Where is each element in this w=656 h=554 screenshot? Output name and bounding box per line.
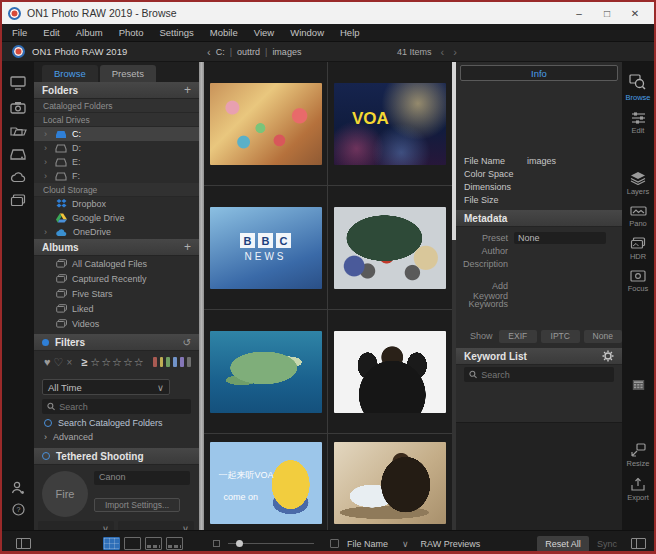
- breadcrumb-drive[interactable]: C:: [216, 47, 225, 57]
- album-item-captured-recently[interactable]: Captured Recently: [34, 271, 199, 286]
- grid-cell[interactable]: 一起来听VOA come on: [204, 434, 328, 530]
- tethered-dropdown-2[interactable]: ∨: [118, 521, 194, 530]
- filters-panel-header[interactable]: Filters ↺: [34, 334, 199, 351]
- menu-photo[interactable]: Photo: [119, 27, 144, 38]
- close-button[interactable]: ✕: [622, 4, 648, 22]
- thumbnail-old-car-cartoon[interactable]: [334, 207, 446, 289]
- sort-by-value[interactable]: File Name: [347, 539, 388, 549]
- grid-cell[interactable]: [204, 62, 328, 185]
- filters-reset-icon[interactable]: ↺: [183, 337, 191, 348]
- drive-item-c[interactable]: › C:: [34, 127, 199, 141]
- camera-select[interactable]: Canon: [94, 471, 190, 485]
- minimize-button[interactable]: –: [566, 4, 592, 22]
- maximize-button[interactable]: □: [594, 4, 620, 22]
- thumbnail-size-slider[interactable]: [228, 543, 314, 544]
- gear-icon[interactable]: [602, 350, 614, 362]
- prev-icon[interactable]: ‹: [441, 46, 445, 58]
- dual-pane-icon[interactable]: [631, 538, 646, 549]
- cloud-storage-label[interactable]: Cloud Storage: [34, 183, 199, 197]
- color-swatch-green[interactable]: [166, 357, 170, 367]
- album-item-liked[interactable]: Liked: [34, 301, 199, 316]
- chevron-right-icon[interactable]: ›: [44, 143, 50, 153]
- import-settings-button[interactable]: Import Settings...: [94, 498, 180, 512]
- thumbnail-man-laptop[interactable]: [334, 442, 446, 524]
- color-swatch-purple[interactable]: [180, 357, 184, 367]
- thumbnail-classroom-cartoon[interactable]: [210, 83, 322, 165]
- breadcrumb-current[interactable]: images: [272, 47, 301, 57]
- keyword-list-header[interactable]: Keyword List: [456, 348, 622, 365]
- none-button[interactable]: None: [584, 330, 622, 343]
- cloud-item-google-drive[interactable]: Google Drive: [34, 211, 199, 225]
- folders-panel-header[interactable]: Folders +: [34, 82, 199, 99]
- grid-cell[interactable]: B B C NEWS: [204, 186, 328, 309]
- chevron-right-icon[interactable]: ›: [44, 227, 50, 237]
- module-export[interactable]: Export: [627, 477, 649, 502]
- module-resize[interactable]: Resize: [627, 443, 650, 468]
- chevron-right-icon[interactable]: ›: [44, 157, 50, 167]
- albums-panel-header[interactable]: Albums +: [34, 239, 199, 256]
- search-cataloged-checkbox[interactable]: Search Cataloged Folders: [34, 416, 199, 430]
- album-item-five-stars[interactable]: Five Stars: [34, 286, 199, 301]
- info-button[interactable]: Info: [460, 65, 618, 81]
- keyword-search-field[interactable]: [464, 367, 614, 382]
- thumbnail-sea-turtle[interactable]: [210, 331, 322, 413]
- cataloged-folders-label[interactable]: Cataloged Folders: [34, 99, 199, 113]
- album-item-videos[interactable]: Videos: [34, 316, 199, 331]
- advanced-disclosure[interactable]: › Advanced: [34, 430, 199, 444]
- grid-cell[interactable]: [204, 310, 328, 433]
- chevron-down-icon[interactable]: ∨: [402, 539, 409, 549]
- help-icon[interactable]: ?: [12, 503, 25, 516]
- menu-help[interactable]: Help: [340, 27, 360, 38]
- drive-icon[interactable]: [10, 149, 26, 161]
- chevron-right-icon[interactable]: ›: [44, 129, 50, 139]
- color-swatch-blue[interactable]: [173, 357, 177, 367]
- thumbnail-bbc-news[interactable]: B B C NEWS: [210, 207, 322, 289]
- module-edit[interactable]: Edit: [631, 111, 646, 135]
- star-rating[interactable]: ☆☆☆☆☆: [90, 356, 144, 369]
- exif-button[interactable]: EXIF: [499, 330, 538, 343]
- keyword-search-input[interactable]: [481, 370, 609, 380]
- filmstrip-view-icon[interactable]: [145, 537, 162, 550]
- preset-select[interactable]: None: [514, 232, 606, 244]
- reset-all-button[interactable]: Reset All: [537, 536, 589, 552]
- grid-cell[interactable]: [328, 186, 452, 309]
- album-item-all-cataloged[interactable]: All Cataloged Files: [34, 256, 199, 271]
- color-swatch-gray[interactable]: [187, 357, 191, 367]
- drive-item-e[interactable]: › E:: [34, 155, 199, 169]
- module-hdr[interactable]: HDR: [630, 237, 646, 261]
- tethered-panel-header[interactable]: Tethered Shooting: [34, 448, 199, 465]
- local-drives-label[interactable]: Local Drives: [34, 113, 199, 127]
- menu-album[interactable]: Album: [76, 27, 103, 38]
- compare-view-icon[interactable]: [166, 537, 183, 550]
- grid-cell[interactable]: [328, 310, 452, 433]
- menu-mobile[interactable]: Mobile: [210, 27, 238, 38]
- monitor-icon[interactable]: [10, 76, 26, 90]
- thumbnail-voa-bridge[interactable]: VOA: [334, 83, 446, 165]
- drive-item-f[interactable]: › F:: [34, 169, 199, 183]
- drive-item-d[interactable]: › D:: [34, 141, 199, 155]
- module-browse[interactable]: Browse: [625, 74, 650, 102]
- slider-knob[interactable]: [236, 540, 243, 547]
- cloud-item-onedrive[interactable]: › OneDrive: [34, 225, 199, 239]
- grid-cell[interactable]: VOA: [328, 62, 452, 185]
- metadata-panel-header[interactable]: Metadata: [456, 210, 622, 227]
- detail-view-icon[interactable]: [124, 537, 141, 550]
- label-checkbox[interactable]: [330, 539, 339, 548]
- menu-edit[interactable]: Edit: [43, 27, 59, 38]
- filters-search-field[interactable]: [42, 399, 191, 414]
- sidebar-toggle-icon[interactable]: [16, 538, 31, 549]
- cloud-icon[interactable]: [10, 172, 27, 183]
- menu-file[interactable]: File: [12, 27, 27, 38]
- photos-stack-icon[interactable]: [10, 194, 26, 207]
- tab-browse[interactable]: Browse: [42, 65, 98, 82]
- reject-icon[interactable]: ×: [66, 357, 72, 368]
- menu-view[interactable]: View: [254, 27, 274, 38]
- raw-previews-label[interactable]: RAW Previews: [421, 539, 481, 549]
- color-swatch-red[interactable]: [153, 357, 157, 367]
- color-swatch-yellow[interactable]: [160, 357, 164, 367]
- camera-icon[interactable]: [10, 101, 26, 114]
- iptc-button[interactable]: IPTC: [541, 330, 580, 343]
- menu-window[interactable]: Window: [290, 27, 324, 38]
- chevron-right-icon[interactable]: ›: [44, 171, 50, 181]
- time-range-select[interactable]: All Time ∨: [42, 379, 170, 395]
